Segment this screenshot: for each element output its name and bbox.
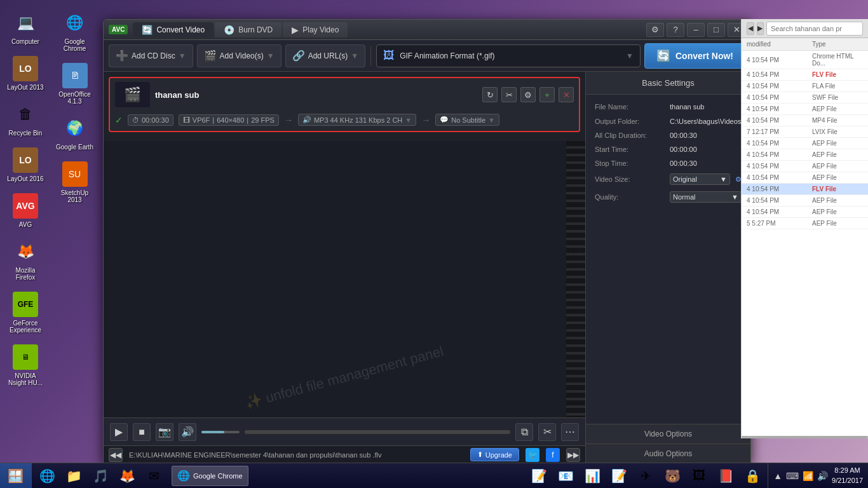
fb-row-9[interactable]: 4 10:54 PM AEP File [742,161,868,172]
fb-row-10[interactable]: 4 10:54 PM AEP File [742,172,868,184]
tab-play-video[interactable]: ▶ Play Video [283,22,348,37]
convert-now-button[interactable]: 🔄 Convert Now! [644,43,745,69]
fb-row-11[interactable]: 4 10:54 PM FLV File [742,184,868,195]
taskbar-bear-button[interactable]: 🐻 [660,464,685,488]
video-name: thanan sub [155,90,477,100]
maximize-button[interactable]: □ [707,23,725,37]
taskbar-more-apps: 📝 📧 📊 📝 ✈ 🐻 🖼 📕 🔒 [524,464,768,488]
desktop-icon-computer[interactable]: 💻 Computer [3,6,48,49]
taskbar-explorer-button[interactable]: 📁 [61,464,86,488]
desktop-icon-geforce[interactable]: GFE GeForce Experience [3,288,48,337]
desktop-icon-openoffice[interactable]: 🖹 OpenOffice 4.1.3 [53,59,97,109]
fb-row-0[interactable]: 4 10:54 PM Chrome HTML Do... [742,51,868,69]
video-add-button[interactable]: + [539,87,555,102]
video-cut-button[interactable]: ✂ [501,87,517,102]
fb-row-13[interactable]: 4 10:54 PM AEP File [742,207,868,218]
taskbar-open-apps: 🌐 Google Chrome [169,463,524,489]
screenshot-button[interactable]: 📷 [156,423,173,441]
taskbar-airplane-button[interactable]: ✈ [633,464,658,488]
taskbar-pdf-button[interactable]: 📕 [713,464,738,488]
desktop-icon-firefox[interactable]: 🦊 Mozilla Firefox [3,235,48,285]
desktop-icon-layout2013[interactable]: LO LayOut 2013 [3,52,48,95]
fb-column-headers: modified Type [742,38,868,51]
fb-back-button[interactable]: ◀ [747,22,754,35]
minimize-button[interactable]: – [687,23,705,37]
taskbar-shield-button[interactable]: 🔒 [740,464,765,488]
tab-burn-dvd[interactable]: 💿 Burn DVD [215,22,281,37]
add-url-button[interactable]: 🔗 Add URL(s) ▼ [285,44,366,67]
copy-button[interactable]: ⧉ [515,423,533,441]
stop-button[interactable]: ■ [133,423,151,441]
video-options-button[interactable]: Video Options [586,424,750,444]
fb-row-7[interactable]: 4 10:54 PM AEP File [742,138,868,149]
video-item-header: 🎬 thanan sub ↻ ✂ ⚙ + ✕ [110,78,579,111]
help-button[interactable]: ? [667,23,684,37]
audio-options-button[interactable]: Audio Options [586,444,750,463]
fb-row-1[interactable]: 4 10:54 PM FLV File [742,69,868,81]
desktop-icon-layout2016[interactable]: LO LayOut 2016 [3,144,48,186]
tab-convert-video[interactable]: 🔄 Convert Video [133,22,214,37]
taskbar-outlook-button[interactable]: 📧 [553,464,578,488]
tray-arrow-icon[interactable]: ▲ [773,471,782,481]
status-prev-button[interactable]: ◀◀ [109,448,123,462]
fb-row-3[interactable]: 4 10:54 PM SWF File [742,92,868,104]
preview-area: ✨ unfold file management panel [104,141,585,417]
add-cd-button[interactable]: ➕ Add CD Disc ▼ [109,44,193,67]
more-button[interactable]: ⋯ [561,423,579,441]
desktop-icon-recyclebin[interactable]: 🗑 Recycle Bin [3,98,48,140]
quality-select[interactable]: Normal ▼ [670,191,742,203]
tray-keyboard-icon[interactable]: ⌨ [786,471,799,481]
taskbar-firefox-button[interactable]: 🦊 [114,464,140,488]
fb-row-2[interactable]: 4 10:54 PM FLA File [742,81,868,92]
progress-bar[interactable] [245,430,510,434]
fb-row-8[interactable]: 4 10:54 PM AEP File [742,149,868,161]
taskbar-word-button[interactable]: 📝 [606,464,632,488]
desktop-icon-sketchup[interactable]: SU SketchUp 2013 [53,158,97,207]
add-video-button[interactable]: 🎬 Add Video(s) ▼ [197,44,281,67]
settings-clipduration-row: All Clip Duration: 00:00:30 [586,128,750,142]
taskbar-ie-button[interactable]: 🌐 [34,464,60,488]
taskbar-media-button[interactable]: 🎵 [88,464,113,488]
format-selector[interactable]: 🖼 GIF Animation Format (*.gif) ▼ [376,44,641,67]
desktop-icon-nvidia[interactable]: 🖥 NVIDIA Nsight HU... [3,341,48,390]
fb-row-14[interactable]: 5 5:27 PM AEP File [742,218,868,229]
upgrade-button[interactable]: ⬆ Upgrade [470,448,519,461]
taskbar-powerpoint-button[interactable]: 📊 [580,464,605,488]
desktop-icon-avg[interactable]: AVG AVG [3,189,48,232]
taskbar-photo-button[interactable]: 🖼 [686,464,712,488]
fb-search-input[interactable] [766,22,863,36]
fb-row-12[interactable]: 4 10:54 PM AEP File [742,195,868,207]
facebook-button[interactable]: f [546,448,560,462]
fb-row-4[interactable]: 4 10:54 PM AEP File [742,104,868,115]
video-check[interactable]: ✓ [115,115,123,125]
volume-button[interactable]: 🔊 [179,423,196,441]
fb-forward-button[interactable]: ▶ [757,22,764,35]
volume-slider[interactable] [201,431,240,433]
desktop-icon-chrome[interactable]: 🌐 Google Chrome [53,6,97,56]
subtitle-selector[interactable]: 💬 No Subtitle ▼ [435,114,499,126]
audio-icon: 🔊 [302,116,311,124]
videosize-label: Video Size: [595,175,665,183]
status-next-button[interactable]: ▶▶ [566,448,580,462]
settings-button[interactable]: ⚙ [646,23,664,37]
cut-control-button[interactable]: ✂ [538,423,556,441]
main-toolbar: ➕ Add CD Disc ▼ 🎬 Add Video(s) ▼ 🔗 Add U… [104,40,750,72]
format-icon: 🖼 [383,49,395,62]
video-refresh-button[interactable]: ↻ [482,87,498,102]
videosize-select[interactable]: Original ▼ [670,173,730,185]
play-button[interactable]: ▶ [110,423,128,441]
outputfolder-value[interactable]: C:\Users\bagus\Videos... 📁 [670,117,750,125]
video-remove-button[interactable]: ✕ [559,87,574,102]
fb-row-5[interactable]: 4 10:54 PM MP4 File [742,115,868,126]
start-button[interactable]: 🪟 [0,463,32,489]
clipduration-label: All Clip Duration: [595,132,665,139]
twitter-button[interactable]: 🐦 [526,448,539,462]
fb-row-6[interactable]: 7 12:17 PM LVIX File [742,126,868,138]
video-settings-button[interactable]: ⚙ [520,87,536,102]
tray-volume-icon[interactable]: 🔊 [817,471,828,481]
taskbar-chrome-item[interactable]: 🌐 Google Chrome [172,466,248,486]
taskbar-onenote-button[interactable]: 📝 [526,464,552,488]
taskbar-mail-button[interactable]: ✉ [141,464,166,488]
tray-network-icon[interactable]: 📶 [803,471,813,481]
desktop-icon-googleearth[interactable]: 🌍 Google Earth [53,112,97,154]
